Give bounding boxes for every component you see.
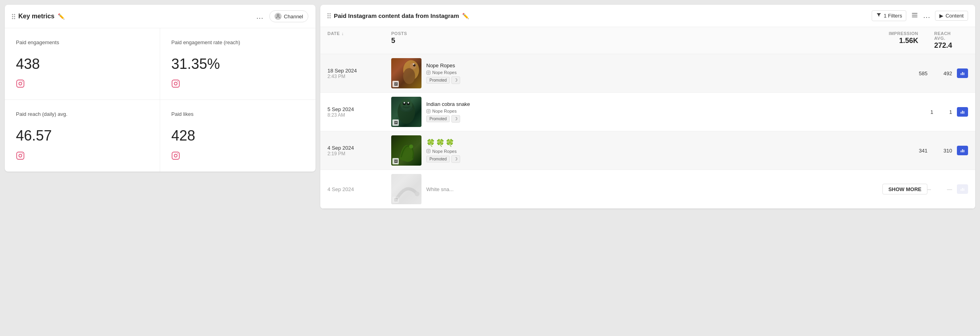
- post-info-2: 🍀🍀🍀 Nope Ropes Promoted ☽: [426, 139, 460, 163]
- svg-point-42: [428, 150, 429, 152]
- metric-value-1: 31.35%: [171, 49, 304, 79]
- svg-rect-26: [964, 73, 964, 75]
- posts-total: 5: [391, 37, 857, 45]
- svg-rect-21: [427, 70, 430, 74]
- action-col-3: [952, 184, 968, 194]
- sort-icon: ↓: [341, 31, 344, 36]
- action-col-1: [952, 107, 968, 117]
- metric-value-2: 46.57: [16, 120, 149, 151]
- metric-label-0: Paid engagements: [16, 39, 149, 45]
- svg-rect-24: [961, 73, 962, 75]
- svg-point-31: [404, 102, 405, 104]
- impressions-0: 585: [919, 70, 928, 76]
- svg-rect-34: [427, 109, 430, 113]
- show-more-button[interactable]: SHOW MORE: [882, 184, 927, 195]
- reach-0: 492: [943, 70, 952, 76]
- th-posts: POSTS: [391, 31, 857, 36]
- drag-handle[interactable]: [12, 14, 15, 19]
- svg-rect-45: [962, 149, 963, 152]
- thumbnail-1: 🖼: [391, 97, 421, 127]
- svg-point-43: [429, 150, 430, 150]
- post-title-3: White sna...: [426, 186, 454, 192]
- action-col-0: [952, 68, 968, 78]
- th-impression: IMPRESSION: [889, 31, 918, 36]
- svg-rect-44: [961, 150, 962, 152]
- reach-2: 310: [943, 148, 952, 154]
- post-account-2: Nope Ropes: [426, 149, 460, 154]
- svg-point-23: [429, 71, 430, 72]
- thumbnail-2: 🖼: [391, 135, 421, 166]
- right-more-button[interactable]: ...: [923, 12, 930, 20]
- chart-button-2[interactable]: [957, 146, 968, 155]
- th-date[interactable]: DATE ↓: [327, 31, 391, 36]
- header-left: Key metrics ✏️: [12, 13, 65, 20]
- content-label: Content: [945, 13, 964, 19]
- more-button[interactable]: ...: [257, 12, 264, 21]
- metric-value-0: 438: [16, 49, 149, 79]
- post-cell-0: 🖼 Nope Ropes No: [391, 58, 857, 88]
- svg-rect-50: [962, 188, 963, 191]
- time-0: 2:43 PM: [327, 74, 391, 79]
- svg-rect-7: [17, 152, 24, 159]
- svg-point-11: [174, 154, 177, 157]
- post-badges-1: Promoted ☽: [426, 115, 470, 123]
- table-row: 4 Sep 2024 🖼 White sna... — —: [320, 170, 975, 209]
- table-row: 4 Sep 2024 2:19 PM 🖼 🍀🍀🍀: [320, 131, 975, 170]
- channel-button[interactable]: Channel: [269, 10, 308, 22]
- thumbnail-0: 🖼: [391, 58, 421, 88]
- date-3: 4 Sep 2024: [327, 186, 391, 192]
- content-arrow-icon: ▶: [939, 13, 943, 19]
- metric-value-3: 428: [171, 120, 304, 151]
- moon-badge-2: ☽: [451, 155, 460, 163]
- svg-rect-38: [962, 111, 963, 114]
- list-view-icon[interactable]: [911, 12, 918, 20]
- svg-point-35: [428, 110, 429, 112]
- post-account-0: Nope Ropes: [426, 70, 460, 75]
- svg-point-48: [415, 191, 419, 196]
- svg-rect-39: [964, 111, 964, 114]
- svg-point-5: [174, 82, 177, 85]
- chart-button-0[interactable]: [957, 68, 968, 78]
- reach-1: 1: [949, 109, 952, 115]
- svg-point-32: [408, 102, 409, 104]
- svg-point-22: [428, 72, 429, 73]
- post-info-3: White sna...: [426, 186, 454, 192]
- metric-paid-likes: Paid likes 428: [160, 100, 316, 172]
- table-header: DATE ↓ POSTS 5 IMPRESSION 1.56K REACH AV…: [320, 27, 975, 54]
- post-cell-1: 🖼 Indian cobra snake: [391, 97, 857, 127]
- drag-handle-right[interactable]: [327, 13, 331, 18]
- svg-rect-51: [964, 189, 964, 191]
- svg-point-9: [22, 153, 23, 154]
- right-header-right: 1 Filters ... ▶ Content: [872, 10, 968, 21]
- post-account-1: Nope Ropes: [426, 109, 470, 113]
- edit-icon[interactable]: ✏️: [58, 13, 65, 20]
- svg-point-17: [403, 68, 415, 84]
- action-col-2: [952, 146, 968, 155]
- svg-rect-1: [17, 80, 24, 87]
- chart-button-1[interactable]: [957, 107, 968, 117]
- metric-label-1: Paid engagement rate (reach): [171, 39, 304, 45]
- impressions-1: 1: [931, 109, 933, 115]
- svg-point-2: [19, 82, 22, 85]
- filter-label: 1 Filters: [884, 13, 902, 19]
- metric-paid-reach: Paid reach (daily) avg. 46.57: [5, 100, 160, 172]
- promoted-badge-1: Promoted: [426, 115, 450, 122]
- right-edit-icon[interactable]: ✏️: [462, 13, 469, 19]
- post-title-1: Indian cobra snake: [426, 101, 470, 107]
- svg-rect-25: [962, 72, 963, 75]
- date-cell-3: 4 Sep 2024: [327, 186, 391, 192]
- impression-summary: IMPRESSION 1.56K REACH AVG. 272.4: [889, 31, 952, 50]
- svg-point-0: [277, 14, 279, 16]
- show-more-overlay: SHOW MORE: [882, 184, 927, 195]
- svg-point-8: [19, 154, 22, 157]
- post-cell-2: 🖼 🍀🍀🍀 Nope Ropes: [391, 135, 857, 166]
- reach-3: —: [947, 186, 952, 192]
- filter-button[interactable]: 1 Filters: [872, 10, 906, 21]
- summary-right: IMPRESSION 1.56K REACH AVG. 272.4: [904, 31, 952, 50]
- post-badges-2: Promoted ☽: [426, 155, 460, 163]
- key-metrics-panel: Key metrics ✏️ ... Channel Paid engageme…: [5, 5, 316, 172]
- content-button[interactable]: ▶ Content: [935, 11, 968, 21]
- channel-label: Channel: [284, 14, 303, 20]
- table-row: 18 Sep 2024 2:43 PM 🖼 Nope Ropes: [320, 54, 975, 93]
- panel-header: Key metrics ✏️ ... Channel: [5, 5, 316, 28]
